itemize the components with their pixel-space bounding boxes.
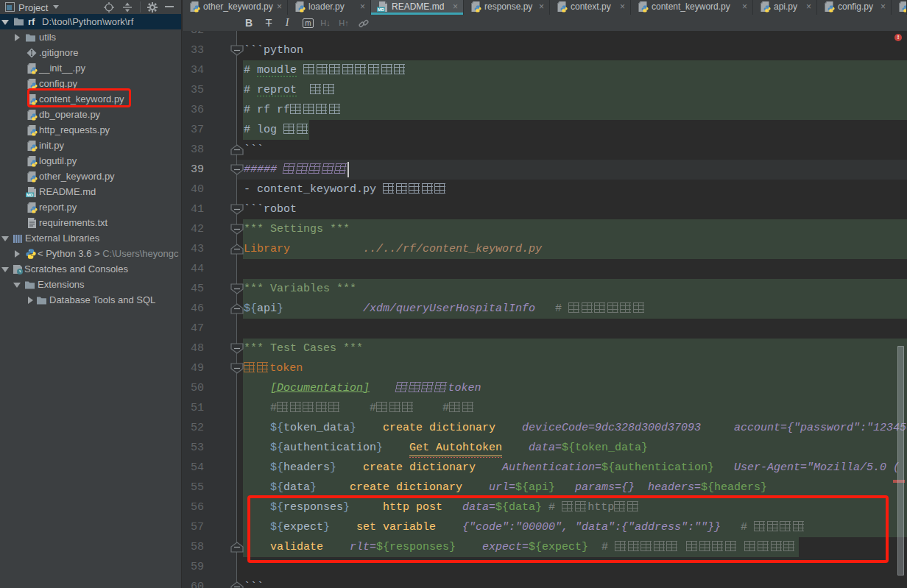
svg-text:MD: MD [378,7,384,12]
svg-text:MD: MD [27,193,33,197]
